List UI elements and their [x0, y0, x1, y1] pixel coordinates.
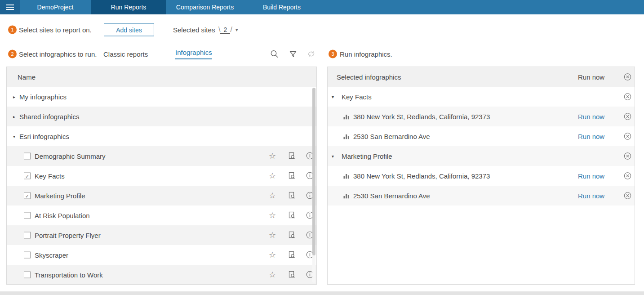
add-sites-button[interactable]: Add sites: [104, 23, 154, 36]
infographic-row-demographic-summary: Demographic Summary☆: [7, 146, 316, 166]
infographic-checkbox[interactable]: [24, 252, 31, 259]
selected-sites-count[interactable]: \2/: [218, 26, 232, 34]
filter-icon[interactable]: [289, 50, 297, 58]
infographic-checkbox[interactable]: [24, 232, 31, 239]
remove-group-icon[interactable]: [624, 93, 631, 101]
nav-tabs: Run ReportsComparison ReportsBuild Repor…: [91, 0, 320, 14]
selected-sites-label: Selected sites: [173, 26, 215, 34]
remove-site-icon[interactable]: [624, 172, 631, 180]
favorite-star-icon[interactable]: ☆: [268, 271, 276, 279]
group-label: Shared infographics: [19, 113, 79, 121]
group-row-shared-infographics[interactable]: ▸Shared infographics: [7, 107, 316, 126]
selected-site-row: 2530 San Bernardino AveRun now: [328, 186, 635, 206]
preview-icon[interactable]: [288, 211, 296, 219]
tab-infographics[interactable]: Infographics: [175, 49, 212, 59]
tab-classic-reports[interactable]: Classic reports: [103, 50, 148, 58]
preview-icon[interactable]: [288, 271, 296, 279]
infographic-checkbox[interactable]: ✓: [24, 192, 31, 199]
site-address: 2530 San Bernardino Ave: [353, 133, 430, 140]
preview-icon[interactable]: [288, 152, 296, 160]
selected-site-row: 2530 San Bernardino AveRun now: [328, 126, 635, 146]
infographic-row-transportation-to-work: Transportation to Work☆: [7, 265, 316, 284]
refresh-icon[interactable]: [307, 50, 315, 58]
selected-site-row: 380 New York St, Redlands, California, 9…: [328, 107, 635, 126]
preview-icon[interactable]: [288, 192, 296, 200]
run-now-link[interactable]: Run now: [578, 192, 604, 200]
triangle-expanded-icon[interactable]: ▾: [332, 154, 334, 159]
remove-site-icon[interactable]: [624, 192, 631, 200]
triangle-collapsed-icon[interactable]: ▸: [13, 114, 15, 119]
run-now-link[interactable]: Run now: [578, 133, 604, 140]
horizontal-scrollbar[interactable]: [0, 291, 644, 295]
selected-sites-caret-icon[interactable]: ▾: [235, 27, 238, 33]
step1-row: 1 Select sites to report on. Add sites S…: [0, 22, 644, 38]
group-row-esri-infographics[interactable]: ▾Esri infographics: [7, 126, 316, 146]
favorite-star-icon[interactable]: ☆: [268, 172, 276, 180]
nav-project-tab[interactable]: DemoProject: [20, 0, 91, 14]
infographic-name: Demographic Summary: [35, 152, 106, 160]
selected-group-row-key-facts[interactable]: ▾Key Facts: [328, 87, 635, 107]
name-column-header: Name: [18, 73, 36, 81]
infographic-checkbox[interactable]: ✓: [24, 173, 31, 179]
step1-badge: 1: [8, 26, 17, 34]
selected-group-row-marketing-profile[interactable]: ▾Marketing Profile: [328, 146, 635, 166]
preview-icon[interactable]: [288, 172, 296, 180]
nav-tab-comparison-reports[interactable]: Comparison Reports: [166, 0, 244, 14]
remove-group-icon[interactable]: [624, 152, 631, 160]
remove-site-icon[interactable]: [624, 113, 631, 121]
count-decor-right: /: [230, 26, 232, 33]
group-label: My infographics: [19, 93, 67, 101]
infographic-name: Key Facts: [35, 172, 65, 180]
infographic-checkbox[interactable]: [24, 272, 31, 278]
favorite-star-icon[interactable]: ☆: [268, 192, 276, 200]
infographic-checkbox[interactable]: [24, 153, 31, 160]
preview-icon[interactable]: [288, 251, 296, 259]
run-now-link[interactable]: Run now: [578, 172, 604, 180]
selected-group-label: Marketing Profile: [342, 152, 392, 160]
triangle-collapsed-icon[interactable]: ▸: [13, 94, 15, 99]
triangle-expanded-icon[interactable]: ▾: [332, 94, 334, 99]
bar-chart-icon: [343, 173, 350, 179]
run-now-column-header: Run now: [578, 73, 604, 81]
nav-tab-run-reports[interactable]: Run Reports: [91, 0, 166, 14]
infographic-name: At Risk Population: [35, 212, 90, 219]
favorite-star-icon[interactable]: ☆: [268, 211, 276, 219]
menu-button[interactable]: [0, 0, 20, 14]
step3-badge: 3: [329, 50, 337, 58]
favorite-star-icon[interactable]: ☆: [268, 231, 276, 239]
group-row-my-infographics[interactable]: ▸My infographics: [7, 87, 316, 107]
favorite-star-icon[interactable]: ☆: [268, 251, 276, 259]
run-now-link[interactable]: Run now: [578, 113, 604, 121]
search-icon[interactable]: [270, 50, 279, 58]
infographic-checkbox[interactable]: [24, 212, 31, 219]
selected-infographics-panel: Selected infographics Run now ▾Key Facts…: [327, 67, 635, 285]
left-panel-header: Name: [7, 67, 316, 87]
group-label: Esri infographics: [19, 133, 69, 140]
infographic-row-skyscraper: Skyscraper☆: [7, 245, 316, 265]
hamburger-icon: [6, 4, 14, 10]
nav-tab-build-reports[interactable]: Build Reports: [244, 0, 320, 14]
triangle-expanded-icon[interactable]: ▾: [13, 134, 15, 139]
infographic-row-key-facts: ✓Key Facts☆: [7, 166, 316, 186]
right-panel-header: Selected infographics Run now: [328, 67, 635, 87]
remove-site-icon[interactable]: [624, 133, 631, 140]
step2-row: 2 Select infographics to run. Classic re…: [0, 45, 644, 63]
remove-all-icon[interactable]: [624, 73, 631, 81]
scrollbar-thumb[interactable]: [312, 88, 315, 255]
left-rows: ▸My infographics▸Shared infographics▾Esr…: [7, 87, 316, 284]
site-address: 380 New York St, Redlands, California, 9…: [353, 113, 490, 121]
selected-group-label: Key Facts: [342, 93, 372, 101]
infographic-row-marketing-profile: ✓Marketing Profile☆: [7, 186, 316, 206]
preview-icon[interactable]: [288, 231, 296, 239]
infographic-name: Portrait Property Flyer: [35, 232, 101, 239]
infographic-name: Skyscraper: [35, 251, 68, 259]
selected-site-row: 380 New York St, Redlands, California, 9…: [328, 166, 635, 186]
bar-chart-icon: [343, 114, 350, 120]
left-scrollbar[interactable]: [312, 88, 315, 283]
step1-label: Select sites to report on.: [19, 26, 92, 34]
bar-chart-icon: [343, 134, 350, 139]
right-rows: ▾Key Facts380 New York St, Redlands, Cal…: [328, 87, 635, 284]
favorite-star-icon[interactable]: ☆: [268, 152, 276, 160]
site-address: 2530 San Bernardino Ave: [353, 192, 430, 200]
selected-infographics-header: Selected infographics: [337, 73, 401, 81]
